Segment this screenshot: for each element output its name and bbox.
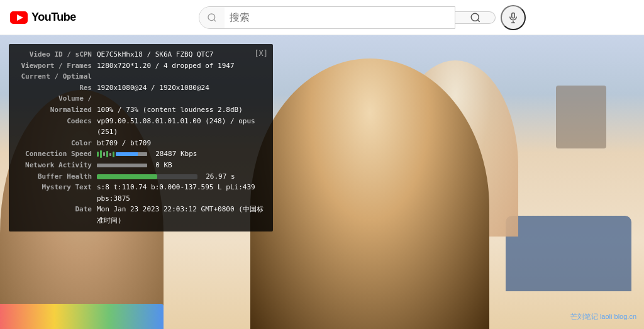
stat-row-mystery: Mystery Text s:8 t:110.74 b:0.000-137.59… [15, 182, 267, 204]
stat-row-connspeed: Connection Speed 28487 Kbps [15, 148, 267, 160]
stat-label: Connection Speed [15, 148, 97, 160]
stat-label: Codecs [15, 116, 97, 138]
stat-value: Mon Jan 23 2023 22:03:12 GMT+0800 (中国标准时… [97, 204, 267, 226]
logo-link[interactable]: YouTube [10, 11, 76, 24]
stat-row-volume: Volume / [15, 93, 267, 104]
wall-decor [556, 86, 606, 148]
stats-close-button[interactable]: [X] [254, 48, 268, 60]
svg-line-3 [214, 20, 216, 21]
stat-row-buffer: Buffer Health 26.97 s [15, 171, 267, 182]
svg-point-4 [471, 13, 479, 21]
stat-label: Res [15, 82, 97, 94]
bottom-banner [0, 304, 164, 329]
stat-value [97, 93, 267, 104]
stat-value: s:8 t:110.74 b:0.000-137.595 L pLi:439 p… [97, 182, 267, 204]
search-prefix-icon [199, 7, 225, 28]
stat-row-color: Color bt709 / bt709 [15, 138, 267, 149]
watermark-text: 芒刘笔记 laoli blog.cn [570, 312, 636, 321]
stat-value: 26.97 s [97, 171, 267, 182]
search-input[interactable] [225, 7, 455, 28]
stat-row-viewport: Viewport / Frames 1280x720*1.20 / 4 drop… [15, 60, 267, 72]
stat-label: Color [15, 138, 97, 149]
stat-row-codecs: Codecs vp09.00.51.08.01.01.01.00 (248) /… [15, 116, 267, 138]
search-area [199, 5, 526, 30]
stat-value: 1280x720*1.20 / 4 dropped of 1947 [97, 60, 267, 72]
stat-label: Mystery Text [15, 182, 97, 204]
stat-label: Normalized [15, 104, 97, 116]
stat-label: Viewport / Frames [15, 60, 97, 72]
header: YouTube [0, 0, 644, 35]
svg-rect-6 [512, 13, 515, 18]
youtube-logo-icon [10, 11, 28, 24]
stat-label: Network Activity [15, 160, 97, 171]
stat-row-normalized: Normalized 100% / 73% (content loudness … [15, 104, 267, 116]
stat-value: QE7C5kHhx18 / SK6A FZBQ QTC7 [97, 49, 267, 60]
stat-label: Date [15, 204, 97, 226]
stat-value: vp09.00.51.08.01.01.01.00 (248) / opus (… [97, 116, 267, 138]
stat-value: 28487 Kbps [97, 148, 267, 160]
search-button[interactable] [455, 11, 496, 24]
svg-line-5 [477, 20, 479, 21]
search-form [199, 6, 455, 29]
stat-label: Buffer Health [15, 171, 97, 182]
stat-label: Current / Optimal [15, 71, 97, 82]
stat-label: Volume / [15, 93, 97, 104]
stat-value: 0 KB [97, 160, 267, 171]
stat-value: 100% / 73% (content loudness 2.8dB) [97, 104, 267, 116]
stat-value [97, 71, 267, 82]
stat-row-res: Current / Optimal [15, 71, 267, 82]
sofa-decor [506, 216, 631, 291]
stat-row-date: Date Mon Jan 23 2023 22:03:12 GMT+0800 (… [15, 204, 267, 226]
svg-point-2 [208, 14, 215, 21]
stat-value: bt709 / bt709 [97, 138, 267, 149]
stat-row-network: Network Activity 0 KB [15, 160, 267, 171]
video-container[interactable]: [X] Video ID / sCPN QE7C5kHhx18 / SK6A F… [0, 35, 644, 329]
stat-value: 1920x1080@24 / 1920x1080@24 [97, 82, 267, 94]
youtube-wordmark: YouTube [31, 11, 76, 24]
stat-row-res2: Res 1920x1080@24 / 1920x1080@24 [15, 82, 267, 94]
mic-button[interactable] [501, 5, 526, 30]
stat-row-videoid: Video ID / sCPN QE7C5kHhx18 / SK6A FZBQ … [15, 49, 267, 60]
stat-label: Video ID / sCPN [15, 49, 97, 60]
stats-overlay: [X] Video ID / sCPN QE7C5kHhx18 / SK6A F… [9, 44, 273, 231]
